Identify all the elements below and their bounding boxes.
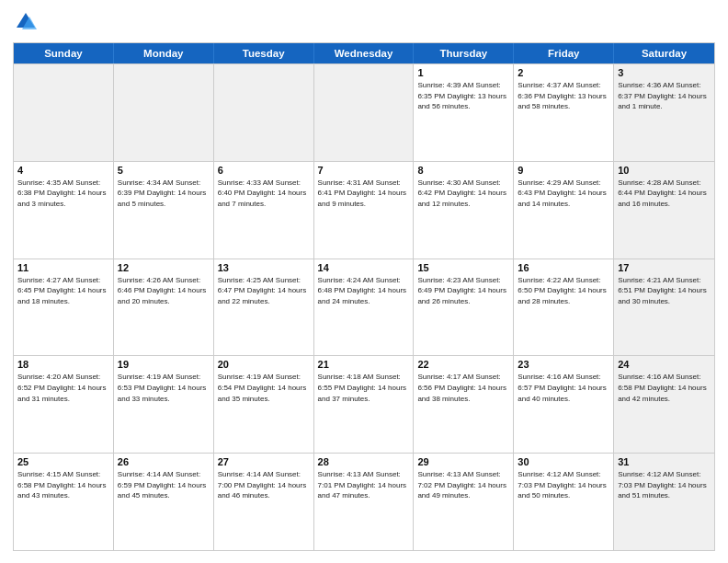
day-number: 9 (518, 165, 609, 176)
day-number: 15 (417, 262, 509, 273)
calendar-cell-12: 12Sunrise: 4:26 AM Sunset: 6:46 PM Dayli… (114, 259, 214, 356)
day-info: Sunrise: 4:18 AM Sunset: 6:55 PM Dayligh… (318, 372, 410, 404)
day-number: 22 (417, 359, 509, 370)
calendar-cell-14: 14Sunrise: 4:24 AM Sunset: 6:48 PM Dayli… (314, 259, 415, 356)
header-day-monday: Monday (114, 43, 214, 63)
day-info: Sunrise: 4:20 AM Sunset: 6:52 PM Dayligh… (17, 372, 109, 404)
calendar: SundayMondayTuesdayWednesdayThursdayFrid… (13, 42, 715, 551)
calendar-cell-7: 7Sunrise: 4:31 AM Sunset: 6:41 PM Daylig… (314, 162, 415, 259)
day-number: 31 (618, 456, 711, 467)
day-number: 3 (618, 67, 711, 78)
page: SundayMondayTuesdayWednesdayThursdayFrid… (0, 0, 728, 563)
calendar-cell-30: 30Sunrise: 4:12 AM Sunset: 7:03 PM Dayli… (514, 454, 614, 550)
calendar-cell-27: 27Sunrise: 4:14 AM Sunset: 7:00 PM Dayli… (214, 454, 314, 550)
calendar-cell-1: 1Sunrise: 4:39 AM Sunset: 6:35 PM Daylig… (414, 64, 514, 161)
day-number: 13 (218, 262, 310, 273)
calendar-cell-26: 26Sunrise: 4:14 AM Sunset: 6:59 PM Dayli… (114, 454, 214, 550)
calendar-cell-18: 18Sunrise: 4:20 AM Sunset: 6:52 PM Dayli… (14, 356, 114, 453)
day-number: 16 (518, 262, 609, 273)
day-number: 27 (218, 456, 310, 467)
day-number: 5 (118, 165, 210, 176)
day-info: Sunrise: 4:33 AM Sunset: 6:40 PM Dayligh… (218, 178, 310, 210)
day-info: Sunrise: 4:30 AM Sunset: 6:42 PM Dayligh… (417, 178, 509, 210)
calendar-cell-8: 8Sunrise: 4:30 AM Sunset: 6:42 PM Daylig… (414, 162, 514, 259)
calendar-cell-19: 19Sunrise: 4:19 AM Sunset: 6:53 PM Dayli… (114, 356, 214, 453)
calendar-cell-2: 2Sunrise: 4:37 AM Sunset: 6:36 PM Daylig… (514, 64, 614, 161)
day-number: 26 (118, 456, 210, 467)
calendar-cell-empty-0-2 (214, 64, 314, 161)
calendar-week-2: 4Sunrise: 4:35 AM Sunset: 6:38 PM Daylig… (14, 161, 714, 259)
day-info: Sunrise: 4:12 AM Sunset: 7:03 PM Dayligh… (518, 469, 609, 501)
day-info: Sunrise: 4:23 AM Sunset: 6:49 PM Dayligh… (417, 275, 509, 307)
day-info: Sunrise: 4:17 AM Sunset: 6:56 PM Dayligh… (417, 372, 509, 404)
calendar-week-4: 18Sunrise: 4:20 AM Sunset: 6:52 PM Dayli… (14, 355, 714, 453)
calendar-cell-9: 9Sunrise: 4:29 AM Sunset: 6:43 PM Daylig… (514, 162, 614, 259)
day-number: 30 (518, 456, 609, 467)
day-info: Sunrise: 4:36 AM Sunset: 6:37 PM Dayligh… (618, 80, 711, 112)
calendar-cell-22: 22Sunrise: 4:17 AM Sunset: 6:56 PM Dayli… (414, 356, 514, 453)
day-info: Sunrise: 4:35 AM Sunset: 6:38 PM Dayligh… (17, 178, 109, 210)
day-number: 20 (218, 359, 310, 370)
calendar-cell-16: 16Sunrise: 4:22 AM Sunset: 6:50 PM Dayli… (514, 259, 614, 356)
day-info: Sunrise: 4:19 AM Sunset: 6:54 PM Dayligh… (218, 372, 310, 404)
header-day-wednesday: Wednesday (314, 43, 415, 63)
calendar-week-5: 25Sunrise: 4:15 AM Sunset: 6:58 PM Dayli… (14, 453, 714, 550)
calendar-cell-28: 28Sunrise: 4:13 AM Sunset: 7:01 PM Dayli… (314, 454, 415, 550)
day-number: 7 (318, 165, 410, 176)
calendar-cell-5: 5Sunrise: 4:34 AM Sunset: 6:39 PM Daylig… (114, 162, 214, 259)
calendar-cell-11: 11Sunrise: 4:27 AM Sunset: 6:45 PM Dayli… (14, 259, 114, 356)
header-day-tuesday: Tuesday (214, 43, 314, 63)
day-info: Sunrise: 4:16 AM Sunset: 6:57 PM Dayligh… (518, 372, 609, 404)
day-info: Sunrise: 4:28 AM Sunset: 6:44 PM Dayligh… (618, 178, 711, 210)
day-info: Sunrise: 4:14 AM Sunset: 7:00 PM Dayligh… (218, 469, 310, 501)
day-info: Sunrise: 4:22 AM Sunset: 6:50 PM Dayligh… (518, 275, 609, 307)
day-info: Sunrise: 4:34 AM Sunset: 6:39 PM Dayligh… (118, 178, 210, 210)
calendar-cell-20: 20Sunrise: 4:19 AM Sunset: 6:54 PM Dayli… (214, 356, 314, 453)
calendar-cell-empty-0-1 (114, 64, 214, 161)
day-number: 28 (318, 456, 410, 467)
calendar-week-3: 11Sunrise: 4:27 AM Sunset: 6:45 PM Dayli… (14, 259, 714, 356)
day-number: 14 (318, 262, 410, 273)
calendar-body: 1Sunrise: 4:39 AM Sunset: 6:35 PM Daylig… (14, 63, 714, 550)
day-info: Sunrise: 4:14 AM Sunset: 6:59 PM Dayligh… (118, 469, 210, 501)
calendar-week-1: 1Sunrise: 4:39 AM Sunset: 6:35 PM Daylig… (14, 63, 714, 161)
calendar-header: SundayMondayTuesdayWednesdayThursdayFrid… (14, 43, 714, 63)
logo-icon (13, 9, 39, 35)
calendar-cell-25: 25Sunrise: 4:15 AM Sunset: 6:58 PM Dayli… (14, 454, 114, 550)
calendar-cell-29: 29Sunrise: 4:13 AM Sunset: 7:02 PM Dayli… (414, 454, 514, 550)
calendar-cell-21: 21Sunrise: 4:18 AM Sunset: 6:55 PM Dayli… (314, 356, 415, 453)
day-info: Sunrise: 4:24 AM Sunset: 6:48 PM Dayligh… (318, 275, 410, 307)
day-info: Sunrise: 4:12 AM Sunset: 7:03 PM Dayligh… (618, 469, 711, 501)
day-info: Sunrise: 4:16 AM Sunset: 6:58 PM Dayligh… (618, 372, 711, 404)
day-info: Sunrise: 4:27 AM Sunset: 6:45 PM Dayligh… (17, 275, 109, 307)
day-number: 25 (17, 456, 109, 467)
day-number: 17 (618, 262, 711, 273)
calendar-cell-24: 24Sunrise: 4:16 AM Sunset: 6:58 PM Dayli… (614, 356, 714, 453)
day-number: 10 (618, 165, 711, 176)
day-number: 1 (417, 67, 509, 78)
day-number: 6 (218, 165, 310, 176)
day-number: 19 (118, 359, 210, 370)
day-number: 2 (518, 67, 609, 78)
calendar-cell-23: 23Sunrise: 4:16 AM Sunset: 6:57 PM Dayli… (514, 356, 614, 453)
day-number: 23 (518, 359, 609, 370)
calendar-cell-13: 13Sunrise: 4:25 AM Sunset: 6:47 PM Dayli… (214, 259, 314, 356)
day-number: 29 (417, 456, 509, 467)
header-day-saturday: Saturday (614, 43, 714, 63)
day-info: Sunrise: 4:15 AM Sunset: 6:58 PM Dayligh… (17, 469, 109, 501)
day-info: Sunrise: 4:29 AM Sunset: 6:43 PM Dayligh… (518, 178, 609, 210)
calendar-cell-10: 10Sunrise: 4:28 AM Sunset: 6:44 PM Dayli… (614, 162, 714, 259)
day-info: Sunrise: 4:26 AM Sunset: 6:46 PM Dayligh… (118, 275, 210, 307)
day-info: Sunrise: 4:25 AM Sunset: 6:47 PM Dayligh… (218, 275, 310, 307)
day-number: 18 (17, 359, 109, 370)
calendar-cell-6: 6Sunrise: 4:33 AM Sunset: 6:40 PM Daylig… (214, 162, 314, 259)
header-day-friday: Friday (514, 43, 614, 63)
logo (13, 9, 41, 35)
day-info: Sunrise: 4:31 AM Sunset: 6:41 PM Dayligh… (318, 178, 410, 210)
day-number: 4 (17, 165, 109, 176)
calendar-cell-17: 17Sunrise: 4:21 AM Sunset: 6:51 PM Dayli… (614, 259, 714, 356)
day-info: Sunrise: 4:37 AM Sunset: 6:36 PM Dayligh… (518, 80, 609, 112)
day-info: Sunrise: 4:19 AM Sunset: 6:53 PM Dayligh… (118, 372, 210, 404)
day-number: 11 (17, 262, 109, 273)
day-info: Sunrise: 4:13 AM Sunset: 7:01 PM Dayligh… (318, 469, 410, 501)
